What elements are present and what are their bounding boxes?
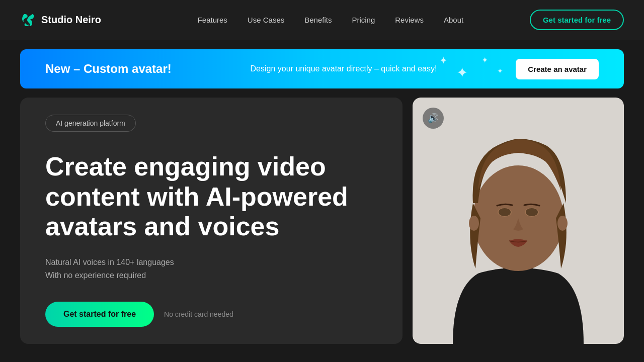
svg-point-5 [525,208,539,217]
nav-reviews[interactable]: Reviews [395,16,424,24]
svg-point-7 [557,216,568,231]
hero-no-cc-text: No credit card needed [164,310,233,318]
svg-point-6 [469,216,479,231]
logo-icon [20,12,36,28]
volume-button[interactable]: 🔊 [423,108,444,129]
logo[interactable]: Studio Neiro [20,12,101,28]
nav-use-cases[interactable]: Use Cases [248,16,284,24]
avatar-figure [413,98,624,344]
nav-features[interactable]: Features [198,16,227,24]
nav-links: Features Use Cases Benefits Pricing Revi… [131,16,530,24]
hero-subtitle: Natural AI voices in 140+ languages With… [45,256,377,282]
avatar-background [413,98,624,344]
svg-point-4 [498,208,512,217]
sparkle-icon-4: ✦ [497,67,503,75]
banner: New – Custom avatar! Design your unique … [20,49,624,88]
hero-badge: AI generation platform [45,115,136,132]
sparkle-icon-3: ✦ [481,55,488,65]
hero-subtitle-line1: Natural AI voices in 140+ languages [45,256,377,269]
hero-right: 🔊 [413,98,624,344]
main-section: AI generation platform Create engaging v… [0,98,644,344]
nav-pricing[interactable]: Pricing [352,16,375,24]
navigation: Studio Neiro Features Use Cases Benefits… [0,0,644,40]
nav-benefits[interactable]: Benefits [304,16,332,24]
logo-text: Studio Neiro [41,14,101,26]
nav-cta-button[interactable]: Get started for free [530,10,624,30]
hero-title: Create engaging video content with AI-po… [45,152,377,242]
hero-left: AI generation platform Create engaging v… [20,98,403,344]
nav-about[interactable]: About [444,16,463,24]
hero-actions: Get started for free No credit card need… [45,302,377,327]
hero-subtitle-line2: With no experience required [45,269,377,282]
avatar-container: 🔊 [413,98,624,344]
banner-cta-button[interactable]: Create an avatar [516,59,599,79]
hero-cta-button[interactable]: Get started for free [45,302,154,327]
banner-title: New – Custom avatar! [45,62,172,76]
banner-subtitle: Design your unique avatar directly – qui… [192,64,496,73]
volume-icon: 🔊 [428,113,439,124]
